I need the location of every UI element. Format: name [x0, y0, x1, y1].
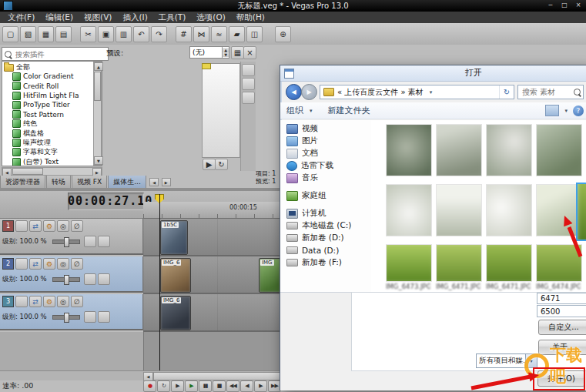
file-thumbnail[interactable] [536, 184, 582, 236]
timeline-clip[interactable]: IMG [259, 258, 281, 293]
scroll-down-icon[interactable]: ▼ [94, 156, 103, 165]
track-number-badge[interactable]: 2 [2, 258, 14, 270]
track-view-icon[interactable] [84, 311, 96, 323]
menu-tools[interactable]: 工具(T) [153, 12, 192, 23]
track-mute-icon[interactable]: ∅ [71, 258, 83, 270]
tree-scrollbar-horizontal[interactable]: ◀ ▶ [2, 167, 102, 176]
timeline-cursor[interactable] [159, 194, 160, 370]
dialog-search-input[interactable] [521, 87, 574, 97]
sidebar-item-data-d[interactable]: Data (D:) [280, 244, 371, 256]
timeline-clip[interactable]: IMG_6 [160, 296, 191, 330]
views-icon[interactable] [545, 105, 559, 116]
tree-item-generator[interactable]: Test Pattern [4, 109, 92, 119]
file-thumbnail[interactable] [486, 244, 532, 282]
sidebar-item-music[interactable]: 音乐 [280, 172, 371, 184]
paste-icon[interactable]: ▥ [116, 26, 132, 42]
menu-view[interactable]: 视图(V) [79, 12, 117, 23]
menu-file[interactable]: 文件(F) [2, 12, 40, 23]
sidebar-item-computer[interactable]: 计算机 [280, 207, 371, 219]
tab-scroll-left-icon[interactable]: ◀ [149, 178, 159, 186]
minimize-button[interactable]: ─ [544, 1, 557, 11]
stop-icon[interactable]: ■ [213, 380, 226, 392]
next-frame-icon[interactable]: ▶ [254, 380, 267, 392]
track-header-2[interactable]: 2 ⇄ ⚙ ◎ ∅ 级别: 100.0 % [0, 256, 143, 293]
file-thumbnail[interactable] [536, 124, 582, 176]
pause-icon[interactable]: ▮▮ [199, 380, 212, 392]
address-bar[interactable]: « 上传百度云文件 » 素材 ▾ ↻ [320, 85, 514, 99]
customize-button[interactable]: 自定义... [538, 320, 586, 335]
ignore-grouping-icon[interactable]: ◫ [246, 26, 263, 42]
address-path[interactable]: « 上传百度云文件 » 素材 [337, 87, 424, 98]
tab-scroll-right-icon[interactable]: ▶ [162, 178, 171, 186]
tree-scrollbar-vertical[interactable]: ▲ ▼ [93, 62, 102, 166]
undo-icon[interactable]: ↶ [133, 26, 149, 42]
sidebar-item-homegroup[interactable]: 家庭组 [280, 189, 371, 202]
back-button[interactable]: ◀ [286, 84, 302, 100]
timecode-display[interactable]: 00:00:27.10 [68, 193, 144, 210]
save-project-icon[interactable]: ▦ [38, 26, 54, 42]
track-mute-icon[interactable]: ∅ [71, 220, 83, 232]
address-dropdown-icon[interactable]: ▾ [427, 89, 436, 95]
tab-explorer[interactable]: 资源管理器 [0, 176, 45, 189]
loop-playback-icon[interactable]: ↻ [157, 380, 170, 392]
track-number-badge[interactable]: 1 [2, 220, 14, 232]
slider-thumb[interactable] [64, 237, 69, 247]
scroll-up-icon[interactable]: ▲ [94, 62, 103, 71]
help-icon[interactable]: ? [573, 106, 584, 116]
file-thumbnail[interactable] [436, 184, 482, 236]
redo-icon[interactable]: ↷ [151, 26, 167, 42]
panel-tool-button[interactable] [242, 92, 255, 104]
track-header-1[interactable]: 1 ⇄ ⚙ ◎ ∅ 级别: 100.0 % [0, 219, 143, 255]
lock-envelopes-icon[interactable]: ▰ [229, 26, 245, 42]
tree-item-generator[interactable]: 纯色 [4, 119, 92, 129]
project-properties-icon[interactable]: ▤ [55, 26, 72, 42]
chevron-down-icon[interactable]: ▾ [561, 108, 571, 114]
menu-insert[interactable]: 插入(I) [117, 12, 152, 23]
menu-edit[interactable]: 编辑(E) [40, 12, 79, 23]
tab-media-generators[interactable]: 媒体生... [108, 176, 146, 189]
tree-item-generator[interactable]: Color Gradient [4, 72, 92, 81]
preview-loop-icon[interactable]: ↻ [215, 159, 228, 170]
sidebar-item-thunder-download[interactable]: 迅雷下载 [280, 159, 371, 172]
preset-combo[interactable]: (无) ▲ ▼ [189, 46, 229, 59]
track-motion-icon[interactable] [15, 258, 28, 270]
file-thumbnail[interactable] [486, 184, 532, 236]
file-thumbnail[interactable] [386, 124, 432, 176]
track-bus-icon[interactable]: ⇄ [29, 296, 42, 307]
sidebar-item-pictures[interactable]: 图片 [280, 135, 371, 147]
sidebar-item-documents[interactable]: 文档 [280, 147, 371, 159]
snapping-icon[interactable]: # [176, 26, 192, 42]
track-level-slider[interactable] [52, 240, 80, 244]
scrollbar-thumb[interactable] [94, 72, 101, 101]
track-bus-icon[interactable]: ⇄ [29, 220, 42, 232]
track-compose-icon[interactable] [98, 273, 110, 285]
track-fx-icon[interactable]: ⚙ [43, 258, 55, 270]
file-thumbnail[interactable] [486, 124, 532, 176]
dialog-search-box[interactable] [517, 85, 584, 99]
track-compose-icon[interactable] [98, 236, 110, 247]
file-thumbnail[interactable] [386, 184, 432, 236]
record-icon[interactable]: ● [143, 380, 156, 392]
tree-item-generator[interactable]: HitFilm Light Fla [4, 91, 92, 100]
track-view-icon[interactable] [84, 236, 96, 247]
file-thumbnail-selected[interactable] [576, 183, 586, 241]
file-thumbnail[interactable] [436, 124, 482, 176]
track-compose-icon[interactable] [98, 311, 110, 323]
go-to-start-icon[interactable]: ◀◀ [226, 380, 239, 392]
track-motion-icon[interactable] [15, 220, 28, 232]
tree-item-generator[interactable]: 字幕和文字 [4, 148, 92, 157]
menu-options[interactable]: 选项(O) [191, 12, 230, 23]
tree-item-generator[interactable]: (自带) Text [4, 157, 92, 166]
timeline-clip[interactable]: 1b5C [160, 220, 188, 255]
spinner-down-icon[interactable]: ▼ [223, 52, 229, 57]
slider-thumb[interactable] [64, 313, 69, 323]
track-solo-icon[interactable]: ◎ [57, 258, 69, 270]
play-from-start-icon[interactable]: ▶ [171, 380, 184, 392]
track-mute-icon[interactable]: ∅ [71, 296, 83, 307]
tree-item-generator[interactable]: ProType Titler [4, 100, 92, 109]
delete-preset-icon[interactable]: × [243, 46, 256, 59]
tree-item-generator[interactable]: 棋盘格 [4, 129, 92, 138]
sidebar-item-volume-d[interactable]: 新加卷 (D:) [280, 232, 371, 244]
track-fx-icon[interactable]: ⚙ [43, 220, 55, 232]
new-project-icon[interactable]: ▢ [2, 26, 18, 42]
